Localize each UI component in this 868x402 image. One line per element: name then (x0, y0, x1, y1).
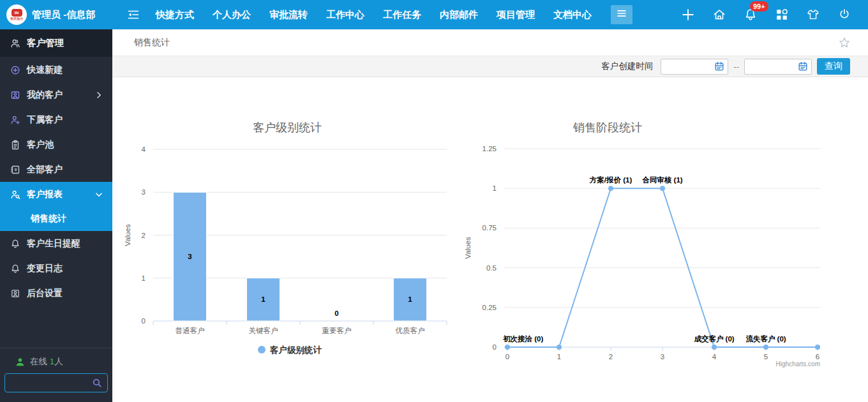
bell-icon (10, 238, 20, 249)
legend-item[interactable]: 客户级别统计 (258, 345, 322, 355)
clipboard-icon (10, 139, 20, 150)
apps-grid-icon[interactable] (774, 6, 790, 23)
svg-text:1: 1 (408, 295, 412, 303)
calendar-icon[interactable] (798, 61, 808, 71)
sidebar-header-label: 客户管理 (27, 37, 64, 49)
date-range-separator: -- (733, 62, 739, 71)
favorite-star-icon[interactable] (837, 36, 851, 50)
sidebar-subitem-销售统计[interactable]: 销售统计 (0, 207, 112, 231)
sidebar-item-6[interactable]: 客户报表 (0, 182, 112, 207)
sidebar-item-label: 客户报表 (27, 189, 63, 200)
sidebar-item-label: 客户池 (27, 139, 54, 151)
user-search-icon (10, 189, 20, 200)
nav-item-6[interactable]: 内部邮件 (440, 9, 478, 21)
calendar-icon[interactable] (714, 61, 724, 71)
svg-text:关键客户: 关键客户 (249, 327, 278, 334)
svg-text:0.25: 0.25 (483, 304, 497, 311)
sidebar-item-2[interactable]: 我的客户 (0, 82, 112, 107)
customer-level-chart: 客户级别统计01234Values3普通客户1关键客户0重要客户1优质客户客户级… (115, 108, 453, 376)
sidebar-header-customer-management[interactable]: 客户管理 (0, 29, 112, 57)
bell-icon[interactable]: 99+ (742, 6, 759, 23)
home-icon[interactable] (711, 6, 728, 23)
svg-text:2: 2 (142, 232, 146, 239)
svg-text:1: 1 (261, 295, 266, 303)
topbar: ∞ 华天动力 管理员 -信息部 快捷方式个人办公审批流转工作中心工作任务内部邮件… (0, 0, 868, 29)
query-button[interactable]: 查询 (817, 58, 850, 75)
nav-item-4[interactable]: 工作中心 (326, 9, 364, 21)
logo-text: 华天动力 (10, 17, 23, 20)
svg-text:Values: Values (464, 237, 472, 259)
nav-item-2[interactable]: 个人办公 (213, 9, 251, 21)
svg-text:0: 0 (334, 309, 338, 317)
sidebar-item-4[interactable]: 客户池 (0, 132, 112, 157)
hamburger-icon (615, 6, 629, 23)
plus-icon[interactable] (680, 6, 696, 23)
main-content: 销售统计 客户创建时间 -- 查询 客户级别统计01234Values3普通客户… (112, 29, 868, 402)
svg-text:重要客户: 重要客户 (322, 327, 352, 334)
nav-item-1[interactable]: 快捷方式 (156, 9, 194, 21)
svg-text:3: 3 (142, 188, 146, 196)
filter-label: 客户创建时间 (601, 61, 653, 72)
chevron-down-icon (94, 190, 104, 200)
svg-text:2: 2 (609, 353, 613, 361)
svg-text:3: 3 (661, 353, 664, 361)
svg-text:4: 4 (712, 353, 717, 361)
bell-icon (10, 263, 20, 274)
date-from-input[interactable] (661, 59, 714, 74)
svg-text:方案/报价 (1): 方案/报价 (1) (589, 175, 632, 184)
svg-text:0.5: 0.5 (486, 264, 497, 272)
svg-text:5: 5 (764, 353, 768, 361)
nav-item-8[interactable]: 文档中心 (553, 9, 592, 21)
sidebar-item-label: 客户生日提醒 (27, 238, 80, 249)
shirt-icon[interactable] (805, 6, 821, 23)
sidebar-search-input[interactable] (5, 378, 92, 388)
breadcrumb-title: 销售统计 (134, 37, 170, 48)
sidebar-item-label: 后台设置 (27, 288, 63, 299)
svg-text:Values: Values (124, 224, 131, 246)
svg-text:流失客户 (0): 流失客户 (0) (745, 334, 786, 343)
svg-text:客户级别统计: 客户级别统计 (269, 345, 322, 355)
online-user-icon (15, 357, 25, 367)
chevron-right-icon (94, 90, 104, 100)
search-icon[interactable] (92, 378, 102, 388)
sidebar-item-7[interactable]: 客户生日提醒 (0, 231, 112, 256)
sidebar-item-label: 全部客户 (27, 164, 63, 175)
topbar-actions: 99+ (680, 6, 868, 23)
sidebar-item-label: 快速新建 (27, 64, 63, 76)
date-to-input[interactable] (745, 59, 798, 74)
breadcrumb-bar: 销售统计 (112, 29, 868, 56)
svg-text:初次接洽 (0): 初次接洽 (0) (502, 335, 543, 343)
sidebar-item-5[interactable]: 全部客户 (0, 157, 112, 182)
sidebar-item-3[interactable]: 下属客户 (0, 107, 112, 132)
sidebar-item-1[interactable]: 快速新建 (0, 57, 112, 82)
svg-text:1: 1 (557, 353, 561, 361)
nav-more-button[interactable] (611, 5, 632, 24)
menu-fold-icon[interactable] (126, 8, 140, 22)
main-nav: 快捷方式个人办公审批流转工作中心工作任务内部邮件项目管理文档中心 (156, 9, 592, 21)
logo-infinity-icon: ∞ (11, 9, 22, 17)
nav-item-3[interactable]: 审批流转 (269, 9, 308, 21)
sidebar-item-8[interactable]: 变更日志 (0, 256, 112, 281)
settings-icon (10, 288, 20, 299)
svg-text:0: 0 (505, 353, 509, 361)
plus-circle-icon (10, 64, 20, 75)
notification-badge: 99+ (750, 1, 768, 11)
sidebar-item-label: 我的客户 (27, 89, 63, 101)
svg-text:销售阶段统计: 销售阶段统计 (572, 121, 642, 134)
nav-item-7[interactable]: 项目管理 (497, 9, 535, 21)
svg-text:Highcharts.com: Highcharts.com (776, 361, 820, 368)
brand-title: 管理员 -信息部 (32, 9, 95, 21)
svg-text:4: 4 (142, 145, 146, 153)
sidebar-item-9[interactable]: 后台设置 (0, 281, 112, 306)
nav-item-5[interactable]: 工作任务 (383, 9, 421, 21)
svg-text:优质客户: 优质客户 (396, 327, 425, 334)
power-icon[interactable] (836, 6, 853, 23)
brand[interactable]: ∞ 华天动力 管理员 -信息部 (0, 0, 112, 29)
svg-text:6: 6 (816, 353, 819, 361)
users-icon (10, 38, 20, 48)
svg-text:普通客户: 普通客户 (176, 327, 205, 334)
user-badge-icon (10, 89, 20, 100)
svg-text:1: 1 (493, 184, 497, 192)
svg-text:成交客户 (0): 成交客户 (0) (693, 334, 734, 343)
date-to-field (744, 59, 812, 75)
